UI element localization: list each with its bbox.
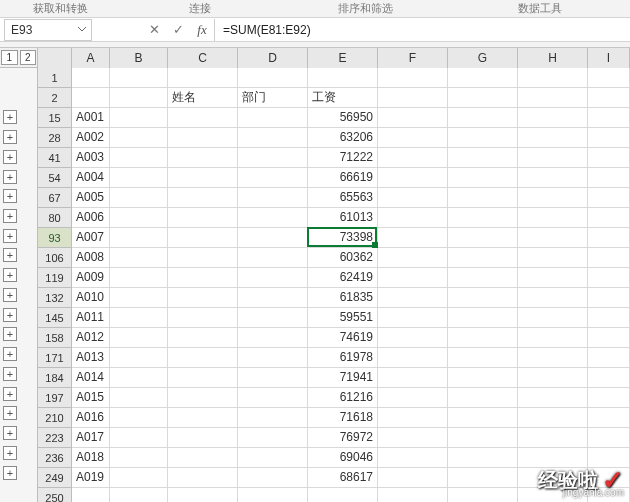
cell[interactable] [168,248,238,268]
row-header[interactable]: 197 [38,388,71,408]
cell[interactable] [518,148,588,168]
cell[interactable] [448,108,518,128]
cell[interactable]: 76972 [308,428,378,448]
cell[interactable] [588,88,630,108]
cell[interactable] [72,488,110,502]
cell[interactable] [110,448,168,468]
cell[interactable]: 66619 [308,168,378,188]
cell[interactable] [110,308,168,328]
name-box[interactable]: E93 [4,19,92,41]
cell[interactable] [518,368,588,388]
cell[interactable] [238,368,308,388]
cell[interactable] [448,308,518,328]
outline-expand-icon[interactable]: + [3,130,17,144]
cell[interactable]: A013 [72,348,110,368]
row-header[interactable]: 2 [38,88,71,108]
cell[interactable] [168,428,238,448]
cell[interactable] [378,428,448,448]
cell[interactable] [110,328,168,348]
outline-expand-icon[interactable]: + [3,406,17,420]
cell[interactable] [448,488,518,502]
row-header[interactable]: 249 [38,468,71,488]
cell[interactable] [448,468,518,488]
cell[interactable] [518,268,588,288]
outline-expand-icon[interactable]: + [3,387,17,401]
cell[interactable]: A017 [72,428,110,448]
cell[interactable] [110,428,168,448]
cell[interactable] [378,68,448,88]
cell[interactable] [168,148,238,168]
cell[interactable]: 61978 [308,348,378,368]
cell[interactable] [378,128,448,148]
cells-area[interactable]: 姓名部门工资A00156950A00263206A00371222A004666… [72,68,630,502]
cell[interactable] [448,268,518,288]
cell[interactable] [238,188,308,208]
cell[interactable] [110,68,168,88]
cell[interactable] [588,348,630,368]
cell[interactable] [238,408,308,428]
cell[interactable] [110,368,168,388]
cell[interactable] [378,188,448,208]
cell[interactable]: A015 [72,388,110,408]
cell[interactable] [588,328,630,348]
cell[interactable] [110,408,168,428]
name-box-dropdown-icon[interactable] [75,23,89,37]
cell[interactable] [448,228,518,248]
cell[interactable] [238,148,308,168]
row-header[interactable]: 41 [38,148,71,168]
row-header[interactable]: 106 [38,248,71,268]
select-all-corner[interactable] [38,48,72,68]
outline-expand-icon[interactable]: + [3,426,17,440]
outline-expand-icon[interactable]: + [3,189,17,203]
cell[interactable] [110,288,168,308]
formula-input[interactable]: =SUM(E81:E92) [214,19,630,41]
cell[interactable] [448,148,518,168]
outline-expand-icon[interactable]: + [3,308,17,322]
cell[interactable] [518,408,588,428]
row-header[interactable]: 54 [38,168,71,188]
row-header[interactable]: 171 [38,348,71,368]
cell[interactable] [110,88,168,108]
cell[interactable]: A006 [72,208,110,228]
cell[interactable]: 61216 [308,388,378,408]
cell[interactable] [238,208,308,228]
cell[interactable]: A004 [72,168,110,188]
cell[interactable] [588,188,630,208]
cell[interactable] [168,128,238,148]
cell[interactable] [238,268,308,288]
cell[interactable] [110,388,168,408]
cell[interactable] [448,328,518,348]
cell[interactable] [378,108,448,128]
outline-expand-icon[interactable]: + [3,327,17,341]
cell[interactable]: 68617 [308,468,378,488]
cell[interactable] [448,188,518,208]
cell[interactable] [588,368,630,388]
cell[interactable] [110,268,168,288]
cell[interactable] [238,108,308,128]
cell[interactable]: 63206 [308,128,378,148]
cell[interactable] [110,488,168,502]
cell[interactable] [168,228,238,248]
outline-level-2[interactable]: 2 [20,50,37,65]
row-header[interactable]: 236 [38,448,71,468]
cell[interactable] [168,488,238,502]
cell[interactable] [238,308,308,328]
cell[interactable] [168,168,238,188]
column-header-G[interactable]: G [448,48,518,68]
cell[interactable] [448,68,518,88]
cell[interactable] [378,348,448,368]
cell[interactable] [378,288,448,308]
cell[interactable] [378,268,448,288]
outline-expand-icon[interactable]: + [3,229,17,243]
column-header-B[interactable]: B [110,48,168,68]
cell[interactable] [168,68,238,88]
cell[interactable] [238,288,308,308]
outline-expand-icon[interactable]: + [3,466,17,480]
cell[interactable] [518,68,588,88]
cell[interactable]: 71222 [308,148,378,168]
cell[interactable] [518,88,588,108]
cell[interactable] [238,168,308,188]
cell[interactable]: A012 [72,328,110,348]
cell[interactable] [168,348,238,368]
column-header-I[interactable]: I [588,48,630,68]
